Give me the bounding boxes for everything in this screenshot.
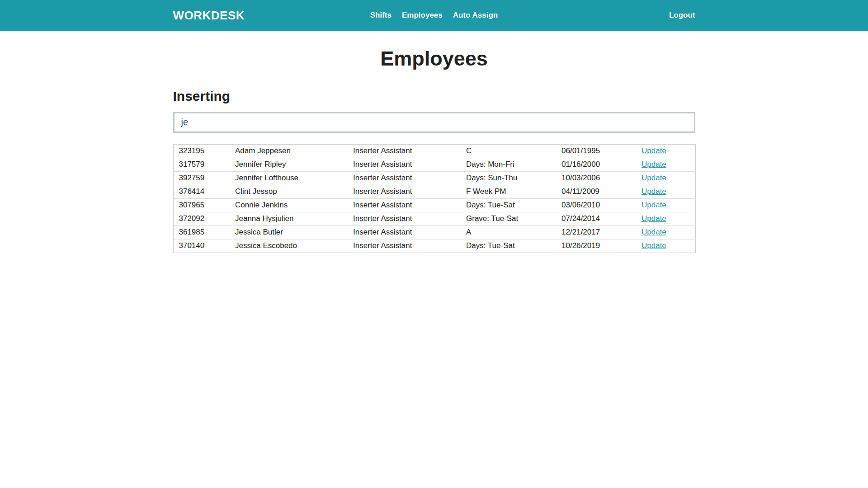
- action-cell: Update: [636, 198, 695, 212]
- employee-id-cell: 361985: [173, 225, 230, 239]
- position-cell: Inserter Assistant: [348, 158, 461, 171]
- shift-cell: Days: Tue-Sat: [461, 239, 556, 253]
- action-cell: Update: [636, 239, 695, 253]
- employee-row: 361985 Jessica Butler Inserter Assistant…: [173, 225, 695, 239]
- position-cell: Inserter Assistant: [348, 185, 461, 198]
- nav-auto-assign[interactable]: Auto Assign: [453, 11, 498, 20]
- update-link[interactable]: Update: [642, 214, 666, 223]
- shift-cell: Days: Mon-Fri: [461, 158, 556, 171]
- employee-name-cell: Jennifer Ripley: [230, 158, 348, 171]
- employee-row: 307965 Connie Jenkins Inserter Assistant…: [173, 198, 695, 212]
- hire-date-cell: 01/16/2000: [556, 158, 636, 171]
- action-cell: Update: [636, 212, 695, 225]
- update-link[interactable]: Update: [642, 201, 666, 209]
- position-cell: Inserter Assistant: [348, 225, 461, 239]
- update-link[interactable]: Update: [642, 146, 666, 155]
- employee-id-cell: 372092: [173, 212, 230, 225]
- update-link[interactable]: Update: [642, 187, 666, 196]
- hire-date-cell: 03/06/2010: [556, 198, 636, 212]
- logout-link[interactable]: Logout: [669, 11, 695, 20]
- employee-id-cell: 307965: [173, 198, 230, 212]
- employees-table: 323195 Adam Jeppesen Inserter Assistant …: [173, 144, 696, 253]
- employee-name-cell: Clint Jessop: [230, 185, 348, 198]
- position-cell: Inserter Assistant: [348, 171, 461, 185]
- action-cell: Update: [636, 171, 695, 185]
- employee-name-cell: Jeanna Hysjulien: [230, 212, 348, 225]
- employee-row: 323195 Adam Jeppesen Inserter Assistant …: [173, 144, 695, 158]
- hire-date-cell: 07/24/2014: [556, 212, 636, 225]
- section-heading: Inserting: [173, 89, 695, 104]
- employee-row: 372092 Jeanna Hysjulien Inserter Assista…: [173, 212, 695, 225]
- app-header: WORKDESK Shifts Employees Auto Assign Lo…: [0, 0, 868, 31]
- employee-row: 370140 Jessica Escobedo Inserter Assista…: [173, 239, 695, 253]
- action-cell: Update: [636, 158, 695, 171]
- action-cell: Update: [636, 144, 695, 158]
- update-link[interactable]: Update: [642, 228, 666, 236]
- brand-logo[interactable]: WORKDESK: [173, 9, 245, 23]
- employee-search-input[interactable]: [173, 112, 695, 133]
- shift-cell: C: [461, 144, 556, 158]
- position-cell: Inserter Assistant: [348, 212, 461, 225]
- hire-date-cell: 12/21/2017: [556, 225, 636, 239]
- hire-date-cell: 04/11/2009: [556, 185, 636, 198]
- employee-name-cell: Jessica Escobedo: [230, 239, 348, 253]
- employee-name-cell: Adam Jeppesen: [230, 144, 348, 158]
- employee-row: 392759 Jennifer Lofthouse Inserter Assis…: [173, 171, 695, 185]
- action-cell: Update: [636, 185, 695, 198]
- employee-name-cell: Connie Jenkins: [230, 198, 348, 212]
- employee-name-cell: Jennifer Lofthouse: [230, 171, 348, 185]
- nav-shifts[interactable]: Shifts: [370, 11, 392, 20]
- employee-id-cell: 370140: [173, 239, 230, 253]
- nav-employees[interactable]: Employees: [402, 11, 443, 20]
- hire-date-cell: 10/03/2006: [556, 171, 636, 185]
- update-link[interactable]: Update: [642, 160, 666, 169]
- employee-name-cell: Jessica Butler: [230, 225, 348, 239]
- employee-row: 317579 Jennifer Ripley Inserter Assistan…: [173, 158, 695, 171]
- page-title: Employees: [173, 47, 695, 70]
- employee-id-cell: 323195: [173, 144, 230, 158]
- shift-cell: A: [461, 225, 556, 239]
- employee-id-cell: 376414: [173, 185, 230, 198]
- main-nav: Shifts Employees Auto Assign: [370, 0, 498, 31]
- update-link[interactable]: Update: [642, 174, 666, 182]
- position-cell: Inserter Assistant: [348, 144, 461, 158]
- employee-row: 376414 Clint Jessop Inserter Assistant F…: [173, 185, 695, 198]
- action-cell: Update: [636, 225, 695, 239]
- hire-date-cell: 10/26/2019: [556, 239, 636, 253]
- update-link[interactable]: Update: [642, 241, 666, 250]
- shift-cell: Days: Sun-Thu: [461, 171, 556, 185]
- employee-id-cell: 392759: [173, 171, 230, 185]
- position-cell: Inserter Assistant: [348, 239, 461, 253]
- shift-cell: Days: Tue-Sat: [461, 198, 556, 212]
- main-content: Employees Inserting 323195 Adam Jeppesen…: [173, 47, 695, 253]
- hire-date-cell: 06/01/1995: [556, 144, 636, 158]
- position-cell: Inserter Assistant: [348, 198, 461, 212]
- shift-cell: Grave: Tue-Sat: [461, 212, 556, 225]
- shift-cell: F Week PM: [461, 185, 556, 198]
- employee-id-cell: 317579: [173, 158, 230, 171]
